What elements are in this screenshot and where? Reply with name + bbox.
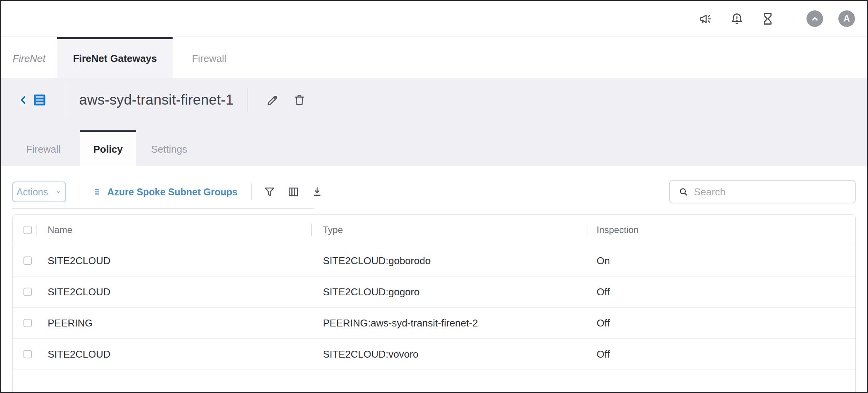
toolbar-divider-2 <box>251 184 252 200</box>
pencil-icon <box>265 93 279 107</box>
toolbar-divider-1 <box>78 184 78 200</box>
table-body: SITE2CLOUD SITE2CLOUD:goborodo On SITE2C… <box>13 245 855 370</box>
nav-tabs: FireNet FireNet Gateways Firewall <box>1 37 867 78</box>
chevron-up-icon <box>810 14 820 24</box>
table-row[interactable]: SITE2CLOUD SITE2CLOUD:goborodo On <box>13 245 855 276</box>
cell-type: SITE2CLOUD:gogoro <box>311 276 587 307</box>
group-button-label: Azure Spoke Subnet Groups <box>107 187 238 198</box>
cell-name: SITE2CLOUD <box>37 245 311 276</box>
user-avatar[interactable]: A <box>838 10 855 27</box>
list-icon <box>32 93 47 107</box>
scroll-top-button[interactable] <box>806 10 823 27</box>
announcements-icon[interactable] <box>698 11 714 27</box>
row-checkbox-cell <box>13 245 37 276</box>
table-row[interactable]: SITE2CLOUD SITE2CLOUD:gogoro Off <box>13 276 855 308</box>
delete-gateway-button[interactable] <box>293 93 306 107</box>
columns-icon[interactable] <box>287 186 299 198</box>
row-checkbox[interactable] <box>23 256 32 265</box>
select-all-checkbox[interactable] <box>23 226 32 234</box>
row-checkbox[interactable] <box>23 319 32 327</box>
policy-content: Actions Azure Spoke Subnet Groups <box>1 166 867 393</box>
tab-firenet-gateways[interactable]: FireNet Gateways <box>57 37 173 78</box>
topbar-divider <box>791 10 791 28</box>
cell-inspection: Off <box>587 276 855 307</box>
cell-type: SITE2CLOUD:goborodo <box>311 245 587 276</box>
policy-toolbar: Actions Azure Spoke Subnet Groups <box>12 180 856 203</box>
table-header: Name Type Inspection <box>13 215 855 245</box>
actions-dropdown-button[interactable]: Actions <box>12 182 66 202</box>
gateway-list-icon[interactable] <box>32 93 47 107</box>
gateway-header: aws-syd-transit-firenet-1 Firewall Polic… <box>1 78 867 166</box>
topbar: A <box>1 1 867 37</box>
row-checkbox[interactable] <box>23 350 32 358</box>
cell-type: SITE2CLOUD:vovoro <box>311 339 587 370</box>
gateway-sub-tabs: Firewall Policy Settings <box>1 130 867 166</box>
notifications-icon[interactable] <box>729 11 745 27</box>
policy-table: Name Type Inspection SITE2CLOUD SITE2CLO… <box>12 214 856 393</box>
row-checkbox-cell <box>13 276 37 307</box>
cell-type: PEERING:aws-syd-transit-firenet-2 <box>311 308 587 338</box>
chevron-left-icon <box>18 93 29 107</box>
cell-inspection: Off <box>587 308 855 338</box>
row-checkbox-cell <box>13 339 37 370</box>
header-checkbox-cell <box>13 215 37 245</box>
azure-spoke-subnet-groups-button[interactable]: Azure Spoke Subnet Groups <box>93 187 238 198</box>
topbar-icons: A <box>698 10 855 28</box>
table-row[interactable]: PEERING PEERING:aws-syd-transit-firenet-… <box>13 308 855 339</box>
subtab-settings[interactable]: Settings <box>136 130 202 166</box>
cell-name: SITE2CLOUD <box>37 276 311 307</box>
trash-icon <box>293 93 306 107</box>
download-icon[interactable] <box>311 186 323 198</box>
toolbar-underline <box>12 208 314 209</box>
app-window: A FireNet FireNet Gateways Firewall aws-… <box>0 0 868 393</box>
filter-icon[interactable] <box>263 186 276 198</box>
cell-name: SITE2CLOUD <box>37 339 311 370</box>
actions-label: Actions <box>17 187 48 198</box>
search-box <box>669 180 856 203</box>
column-header-inspection[interactable]: Inspection <box>587 215 855 245</box>
subtab-policy[interactable]: Policy <box>80 130 136 166</box>
row-checkbox[interactable] <box>23 288 32 296</box>
search-icon <box>678 187 688 197</box>
cell-name: PEERING <box>37 308 311 338</box>
column-header-type[interactable]: Type <box>311 215 587 245</box>
nav-item-firenet[interactable]: FireNet <box>1 37 57 78</box>
search-input[interactable] <box>694 186 840 198</box>
row-checkbox-cell <box>13 308 37 338</box>
table-row[interactable]: SITE2CLOUD SITE2CLOUD:vovoro Off <box>13 339 855 370</box>
subtab-firewall[interactable]: Firewall <box>7 130 80 166</box>
group-list-icon <box>93 187 103 196</box>
column-header-name[interactable]: Name <box>37 215 311 245</box>
title-divider-left <box>67 88 67 112</box>
edit-gateway-button[interactable] <box>265 93 279 107</box>
chevron-down-icon <box>55 188 62 195</box>
gateway-title: aws-syd-transit-firenet-1 <box>79 92 234 108</box>
gateway-title-row: aws-syd-transit-firenet-1 <box>1 87 867 113</box>
title-divider-right <box>247 88 248 112</box>
cell-inspection: Off <box>587 339 855 370</box>
tasks-hourglass-icon[interactable] <box>760 11 775 27</box>
tab-firewall[interactable]: Firewall <box>173 37 246 78</box>
back-button[interactable] <box>18 93 29 107</box>
cell-inspection: On <box>587 245 855 276</box>
